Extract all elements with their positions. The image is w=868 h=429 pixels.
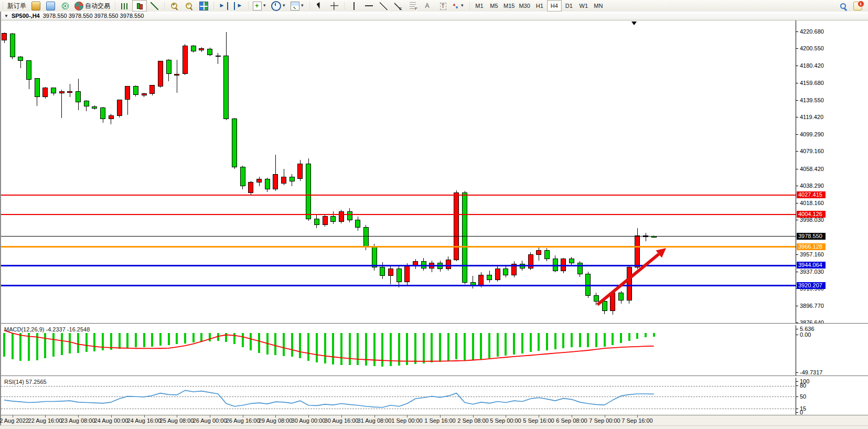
candle-body bbox=[257, 179, 262, 183]
chart-shift-marker[interactable] bbox=[631, 22, 637, 25]
timeframe-m1-button[interactable]: M1 bbox=[472, 0, 487, 12]
level-price-label: 3944.064 bbox=[797, 262, 826, 269]
candle-body bbox=[273, 175, 278, 189]
candlestick-icon bbox=[136, 2, 144, 10]
candle-body bbox=[339, 211, 344, 221]
chat-button[interactable]: 1 bbox=[850, 0, 865, 12]
timeframe-label: M15 bbox=[503, 3, 515, 9]
template-button[interactable] bbox=[288, 0, 307, 12]
axis-tick-label: 50 bbox=[800, 393, 806, 400]
time-label: 5 Sep 16:00 bbox=[523, 417, 554, 424]
axis-tick bbox=[796, 48, 798, 49]
axis-tick-label: 0.00 bbox=[800, 331, 811, 338]
candle-body bbox=[208, 49, 212, 55]
time-axis[interactable]: 22 Aug 202222 Aug 16:0023 Aug 08:0024 Au… bbox=[1, 415, 868, 426]
dropdown-arrow-icon[interactable] bbox=[461, 2, 465, 10]
line-chart-button[interactable] bbox=[147, 0, 162, 12]
search-button[interactable] bbox=[835, 0, 850, 12]
candle-body bbox=[183, 46, 187, 74]
chart-window: ▼ SP500-,H4 3978.550 3978.550 3978.550 3… bbox=[0, 12, 868, 429]
timeframe-h1-button[interactable]: H1 bbox=[532, 0, 547, 12]
dropdown-arrow-icon[interactable] bbox=[263, 2, 267, 10]
axis-tick-label: 4058.420 bbox=[800, 166, 824, 172]
bar-chart-button[interactable] bbox=[117, 0, 132, 12]
search-icon bbox=[839, 2, 847, 10]
timeframe-m30-button[interactable]: M30 bbox=[517, 0, 532, 12]
periods-button[interactable] bbox=[269, 0, 288, 12]
text-button[interactable] bbox=[420, 0, 435, 12]
zoom-in-button[interactable] bbox=[167, 0, 181, 12]
time-label: 23 Aug 08:00 bbox=[61, 417, 95, 424]
timeframe-mn-button[interactable]: MN bbox=[591, 0, 606, 12]
candle-body bbox=[232, 119, 237, 167]
toolbar-group: M1M5M15M30H1H4D1W1MN bbox=[467, 0, 606, 12]
rsi-name: RSI(14) bbox=[4, 379, 24, 385]
crosshair-button[interactable] bbox=[327, 0, 341, 12]
auto-scroll-button[interactable] bbox=[216, 0, 231, 12]
macd-histogram-series bbox=[4, 333, 654, 366]
timeframe-label: H4 bbox=[551, 3, 558, 9]
profiles-button[interactable] bbox=[28, 0, 43, 12]
candle-body bbox=[76, 92, 81, 102]
candlestick-button[interactable] bbox=[132, 0, 147, 12]
channel-button[interactable] bbox=[391, 0, 405, 12]
chevron-down-icon[interactable]: ▼ bbox=[4, 14, 8, 18]
axis-tick-label: 4018.160 bbox=[800, 200, 824, 206]
axis-tick bbox=[796, 203, 798, 203]
timeframe-d1-button[interactable]: D1 bbox=[562, 0, 576, 12]
add-indicator-button[interactable] bbox=[251, 0, 269, 12]
crosshair-icon bbox=[330, 2, 338, 10]
auto-scroll-icon bbox=[219, 2, 228, 10]
candle-body bbox=[35, 79, 39, 97]
tile-windows-button[interactable] bbox=[196, 0, 211, 12]
dropdown-arrow-icon[interactable] bbox=[301, 2, 305, 10]
candle-body bbox=[380, 267, 385, 276]
timeframe-label: M5 bbox=[490, 3, 498, 9]
candle-body bbox=[388, 269, 393, 276]
axis-tick-label: 4220.680 bbox=[800, 28, 824, 35]
chart-title-bar[interactable]: ▼ SP500-,H4 3978.550 3978.550 3978.550 3… bbox=[1, 12, 868, 20]
zoom-out-button[interactable] bbox=[181, 0, 196, 12]
axis-tick bbox=[796, 66, 798, 66]
timeframe-h4-button[interactable]: H4 bbox=[547, 0, 562, 12]
macd-canvas[interactable] bbox=[1, 325, 796, 376]
candle-body bbox=[117, 100, 122, 116]
time-label: 2 Sep 08:00 bbox=[457, 417, 488, 424]
macd-axis[interactable]: 5.6360.00-49.7317 bbox=[796, 325, 868, 376]
candle-body bbox=[553, 259, 558, 271]
candle-body bbox=[18, 57, 23, 61]
autotrading-label: 自动交易 bbox=[85, 2, 110, 10]
candle-body bbox=[569, 259, 574, 263]
new-order-button[interactable]: 新订单 bbox=[5, 0, 28, 12]
autotrading-button[interactable]: 自动交易 bbox=[72, 0, 112, 12]
hline-icon bbox=[365, 2, 373, 10]
rsi-axis[interactable]: 1008050150 bbox=[796, 378, 868, 415]
time-label: 22 Aug 16:00 bbox=[28, 417, 62, 424]
main-chart-canvas[interactable] bbox=[1, 20, 796, 323]
timeframe-m15-button[interactable]: M15 bbox=[501, 0, 517, 12]
time-label: 30 Aug 00:00 bbox=[292, 417, 326, 424]
candle-body bbox=[191, 46, 196, 51]
fibonacci-button[interactable] bbox=[405, 0, 420, 12]
timeframe-w1-button[interactable]: W1 bbox=[576, 0, 591, 12]
rsi-canvas[interactable] bbox=[1, 378, 796, 415]
arrows-button[interactable] bbox=[449, 0, 467, 12]
market-watch-button[interactable] bbox=[43, 0, 58, 12]
autotrading-icon bbox=[74, 2, 83, 10]
vline-button[interactable] bbox=[347, 0, 361, 12]
cursor-button[interactable] bbox=[312, 0, 327, 12]
axis-tick-label: 4119.420 bbox=[800, 114, 823, 120]
dropdown-arrow-icon[interactable] bbox=[283, 2, 286, 10]
level-price-label: 3920.207 bbox=[797, 282, 826, 289]
axis-tick-label: 3937.030 bbox=[800, 269, 824, 275]
trendline-button[interactable] bbox=[376, 0, 391, 12]
signals-button[interactable] bbox=[58, 0, 72, 12]
timeframe-m5-button[interactable]: M5 bbox=[487, 0, 501, 12]
axis-tick-label: -49.7317 bbox=[800, 369, 822, 376]
price-axis[interactable]: 4220.6804200.5504180.4204159.6804139.550… bbox=[796, 20, 868, 323]
candle-body bbox=[347, 211, 352, 220]
chart-shift-button[interactable] bbox=[231, 0, 245, 12]
hline-button[interactable] bbox=[361, 0, 376, 12]
text-label-button[interactable] bbox=[435, 0, 449, 12]
arrows-icon bbox=[452, 2, 459, 10]
